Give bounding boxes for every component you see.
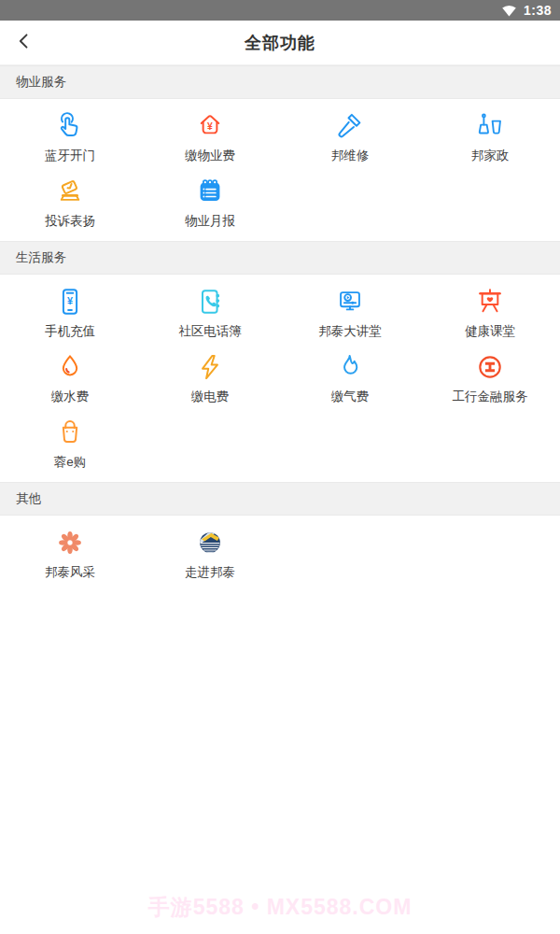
item-label: 缴水费 [51,389,90,405]
ballot-box-icon [54,176,86,207]
nav-bar: 全部功能 [0,21,560,65]
grid-item-pay-gas[interactable]: 缴气费 [280,346,420,411]
svg-text:¥: ¥ [67,295,73,306]
item-label: 缴物业费 [185,148,235,164]
broom-bucket-icon [474,110,506,142]
item-label: 投诉表扬 [45,213,95,230]
flame-icon [334,351,366,383]
section-header-life-services: 生活服务 [0,241,560,275]
status-time: 1:38 [524,3,552,18]
video-lecture-icon [334,286,366,318]
item-label: 蓝牙开门 [45,148,95,164]
section-header-property-services: 物业服务 [0,65,560,99]
grid-item-pay-water[interactable]: 缴水费 [0,346,140,411]
phone-recharge-icon: ¥ [54,286,86,318]
grid-others: 邦泰风采 走进邦泰 [0,516,560,592]
page-title: 全部功能 [245,32,315,54]
chevron-left-icon [15,32,34,54]
grid-item-about-bangtai[interactable]: 走进邦泰 [140,521,280,587]
grid-item-phone-recharge[interactable]: ¥ 手机充值 [0,280,140,346]
bangtai-logo-icon [194,527,226,559]
back-button[interactable] [9,21,50,65]
hammer-icon [334,110,366,142]
grid-item-housekeeping[interactable]: 邦家政 [420,105,560,170]
item-label: 蓉e购 [54,454,87,471]
status-bar: 1:38 [0,0,560,21]
icbc-logo-icon [474,351,506,383]
grid-item-bangtai-style[interactable]: 邦泰风采 [0,521,140,587]
item-label: 社区电话簿 [178,323,242,340]
item-label: 缴气费 [331,389,370,405]
item-label: 缴电费 [191,389,230,405]
water-drop-icon [54,351,86,383]
shopping-bag-icon [54,417,86,448]
item-label: 物业月报 [185,213,235,230]
grid-item-pay-property-fee[interactable]: ¥ 缴物业费 [140,105,280,170]
phonebook-icon [194,286,226,318]
grid-item-health-class[interactable]: 健康课堂 [420,280,560,346]
flower-icon [54,527,86,559]
tap-icon [54,110,86,142]
item-label: 邦家政 [471,148,510,164]
watermark-text: 手游5588 • MX5588.COM [0,893,560,922]
wifi-icon [501,4,517,18]
grid-item-rong-e-shop[interactable]: 蓉e购 [0,411,140,476]
grid-item-pay-electricity[interactable]: 缴电费 [140,346,280,411]
item-label: 工行金融服务 [453,389,528,405]
lightning-icon [194,351,226,383]
notepad-icon [194,176,226,207]
grid-property-services: 蓝牙开门 ¥ 缴物业费 邦维修 [0,99,560,241]
item-label: 邦维修 [331,148,370,164]
grid-item-property-monthly-report[interactable]: 物业月报 [140,170,280,235]
svg-text:¥: ¥ [207,121,213,132]
grid-item-complaint-praise[interactable]: 投诉表扬 [0,170,140,235]
grid-item-icbc-finance[interactable]: 工行金融服务 [420,346,560,411]
health-board-icon [474,286,506,318]
item-label: 健康课堂 [465,323,515,340]
grid-item-bluetooth-door[interactable]: 蓝牙开门 [0,105,140,170]
item-label: 走进邦泰 [185,564,235,581]
house-yen-icon: ¥ [194,110,226,142]
item-label: 手机充值 [45,323,95,340]
grid-item-bangtai-lecture[interactable]: 邦泰大讲堂 [280,280,420,346]
grid-life-services: ¥ 手机充值 社区电话簿 [0,275,560,482]
grid-item-community-phonebook[interactable]: 社区电话簿 [140,280,280,346]
item-label: 邦泰风采 [45,564,95,581]
item-label: 邦泰大讲堂 [318,323,382,340]
app-screen: 1:38 全部功能 物业服务 蓝牙开门 [0,0,560,934]
grid-item-repair[interactable]: 邦维修 [280,105,420,170]
section-header-others: 其他 [0,482,560,516]
